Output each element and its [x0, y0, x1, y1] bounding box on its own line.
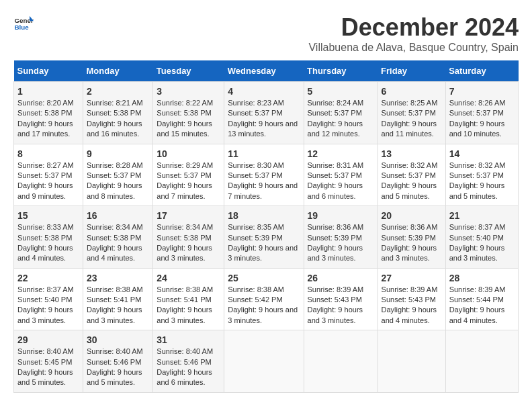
sunset-label: Sunset: 5:37 PM — [87, 171, 141, 179]
daylight-label: Daylight: 9 hours and 5 minutes. — [382, 181, 437, 199]
daylight-label: Daylight: 9 hours and 9 minutes. — [17, 181, 73, 199]
sunset-label: Sunset: 5:37 PM — [382, 109, 436, 117]
sunset-label: Sunset: 5:38 PM — [157, 234, 211, 242]
sunrise-label: Sunrise: 8:24 AM — [308, 99, 364, 107]
day-number: 25 — [228, 273, 300, 283]
daylight-label: Daylight: 9 hours and 3 minutes. — [449, 244, 505, 262]
sunrise-label: Sunrise: 8:22 AM — [157, 99, 213, 107]
day-number: 8 — [17, 148, 79, 159]
table-row: 8 Sunrise: 8:27 AM Sunset: 5:37 PM Dayli… — [14, 144, 83, 206]
table-row: 24 Sunrise: 8:38 AM Sunset: 5:41 PM Dayl… — [153, 268, 224, 330]
sunset-label: Sunset: 5:43 PM — [308, 295, 362, 304]
day-info: Sunrise: 8:38 AM Sunset: 5:41 PM Dayligh… — [87, 285, 149, 326]
day-info: Sunrise: 8:36 AM Sunset: 5:39 PM Dayligh… — [382, 222, 442, 264]
sunrise-label: Sunrise: 8:36 AM — [382, 223, 438, 231]
day-info: Sunrise: 8:32 AM Sunset: 5:37 PM Dayligh… — [382, 161, 442, 202]
sunrise-label: Sunrise: 8:20 AM — [17, 99, 74, 107]
table-row — [378, 330, 445, 393]
day-info: Sunrise: 8:23 AM Sunset: 5:37 PM Dayligh… — [228, 98, 300, 140]
sunset-label: Sunset: 5:43 PM — [382, 295, 436, 304]
table-row: 3 Sunrise: 8:22 AM Sunset: 5:38 PM Dayli… — [153, 82, 224, 144]
table-row: 27 Sunrise: 8:39 AM Sunset: 5:43 PM Dayl… — [378, 268, 445, 330]
day-info: Sunrise: 8:20 AM Sunset: 5:38 PM Dayligh… — [17, 98, 79, 140]
sunset-label: Sunset: 5:38 PM — [87, 109, 141, 117]
daylight-label: Daylight: 9 hours and 6 minutes. — [157, 368, 212, 386]
table-row: 17 Sunrise: 8:34 AM Sunset: 5:38 PM Dayl… — [153, 206, 224, 269]
sunset-label: Sunset: 5:40 PM — [449, 234, 504, 242]
daylight-label: Daylight: 9 hours and 3 minutes. — [382, 244, 437, 262]
sunrise-label: Sunrise: 8:36 AM — [308, 223, 364, 231]
daylight-label: Daylight: 9 hours and 6 minutes. — [308, 181, 363, 199]
sunset-label: Sunset: 5:46 PM — [87, 358, 141, 366]
sunset-label: Sunset: 5:37 PM — [449, 171, 504, 179]
sunrise-label: Sunrise: 8:23 AM — [228, 99, 284, 107]
daylight-label: Daylight: 9 hours and 5 minutes. — [449, 181, 505, 199]
sunset-label: Sunset: 5:44 PM — [449, 295, 504, 304]
day-info: Sunrise: 8:37 AM Sunset: 5:40 PM Dayligh… — [449, 222, 515, 264]
table-row: 9 Sunrise: 8:28 AM Sunset: 5:37 PM Dayli… — [83, 144, 153, 206]
day-info: Sunrise: 8:32 AM Sunset: 5:37 PM Dayligh… — [449, 161, 515, 202]
day-number: 5 — [308, 86, 374, 97]
sunrise-label: Sunrise: 8:34 AM — [87, 223, 143, 231]
sunset-label: Sunset: 5:38 PM — [17, 109, 72, 117]
page-title: December 2024 — [308, 13, 519, 42]
table-row: 11 Sunrise: 8:30 AM Sunset: 5:37 PM Dayl… — [224, 144, 304, 206]
day-number: 3 — [157, 86, 220, 97]
sunrise-label: Sunrise: 8:33 AM — [17, 223, 74, 231]
daylight-label: Daylight: 9 hours and 17 minutes. — [17, 120, 73, 138]
col-monday: Monday — [83, 60, 153, 82]
sunrise-label: Sunrise: 8:25 AM — [382, 99, 438, 107]
day-info: Sunrise: 8:39 AM Sunset: 5:43 PM Dayligh… — [308, 285, 374, 326]
day-info: Sunrise: 8:21 AM Sunset: 5:38 PM Dayligh… — [87, 98, 149, 140]
day-info: Sunrise: 8:37 AM Sunset: 5:40 PM Dayligh… — [17, 285, 79, 326]
sunset-label: Sunset: 5:41 PM — [87, 295, 141, 304]
daylight-label: Daylight: 9 hours and 3 minutes. — [228, 306, 298, 324]
table-row: 16 Sunrise: 8:34 AM Sunset: 5:38 PM Dayl… — [83, 206, 153, 269]
sunrise-label: Sunrise: 8:38 AM — [87, 285, 143, 293]
day-info: Sunrise: 8:22 AM Sunset: 5:38 PM Dayligh… — [157, 98, 220, 140]
day-info: Sunrise: 8:40 AM Sunset: 5:46 PM Dayligh… — [157, 347, 220, 388]
day-info: Sunrise: 8:33 AM Sunset: 5:38 PM Dayligh… — [17, 222, 79, 264]
sunrise-label: Sunrise: 8:32 AM — [449, 161, 506, 169]
svg-text:Blue: Blue — [15, 24, 30, 31]
day-info: Sunrise: 8:38 AM Sunset: 5:42 PM Dayligh… — [228, 285, 300, 326]
sunrise-label: Sunrise: 8:39 AM — [308, 285, 364, 293]
sunset-label: Sunset: 5:37 PM — [157, 171, 211, 179]
day-number: 29 — [17, 334, 79, 345]
daylight-label: Daylight: 9 hours and 3 minutes. — [228, 244, 298, 262]
day-number: 26 — [308, 273, 374, 283]
sunset-label: Sunset: 5:37 PM — [228, 109, 282, 117]
daylight-label: Daylight: 9 hours and 5 minutes. — [87, 368, 142, 386]
table-row: 4 Sunrise: 8:23 AM Sunset: 5:37 PM Dayli… — [224, 82, 304, 144]
table-row: 12 Sunrise: 8:31 AM Sunset: 5:37 PM Dayl… — [304, 144, 378, 206]
daylight-label: Daylight: 9 hours and 8 minutes. — [87, 181, 142, 199]
table-row: 23 Sunrise: 8:38 AM Sunset: 5:41 PM Dayl… — [83, 268, 153, 330]
day-number: 16 — [87, 210, 149, 221]
day-number: 24 — [157, 273, 220, 283]
sunset-label: Sunset: 5:37 PM — [17, 171, 72, 179]
day-number: 14 — [449, 148, 515, 159]
daylight-label: Daylight: 9 hours and 4 minutes. — [449, 306, 505, 324]
day-number: 23 — [87, 273, 149, 283]
daylight-label: Daylight: 9 hours and 4 minutes. — [87, 244, 142, 262]
sunrise-label: Sunrise: 8:26 AM — [449, 99, 506, 107]
day-info: Sunrise: 8:31 AM Sunset: 5:37 PM Dayligh… — [308, 161, 374, 202]
daylight-label: Daylight: 9 hours and 7 minutes. — [228, 181, 298, 199]
col-sunday: Sunday — [14, 60, 83, 82]
day-number: 11 — [228, 148, 300, 159]
table-row: 25 Sunrise: 8:38 AM Sunset: 5:42 PM Dayl… — [224, 268, 304, 330]
sunset-label: Sunset: 5:37 PM — [308, 171, 362, 179]
sunrise-label: Sunrise: 8:40 AM — [157, 347, 213, 355]
sunset-label: Sunset: 5:37 PM — [228, 171, 282, 179]
daylight-label: Daylight: 9 hours and 3 minutes. — [308, 244, 363, 262]
sunrise-label: Sunrise: 8:21 AM — [87, 99, 143, 107]
sunset-label: Sunset: 5:37 PM — [308, 109, 362, 117]
day-info: Sunrise: 8:28 AM Sunset: 5:37 PM Dayligh… — [87, 161, 149, 202]
sunset-label: Sunset: 5:42 PM — [228, 295, 282, 304]
daylight-label: Daylight: 9 hours and 3 minutes. — [87, 306, 142, 324]
sunrise-label: Sunrise: 8:40 AM — [87, 347, 143, 355]
day-number: 4 — [228, 86, 300, 97]
col-thursday: Thursday — [304, 60, 378, 82]
table-row: 29 Sunrise: 8:40 AM Sunset: 5:45 PM Dayl… — [14, 330, 83, 393]
table-row: 21 Sunrise: 8:37 AM Sunset: 5:40 PM Dayl… — [445, 206, 518, 269]
